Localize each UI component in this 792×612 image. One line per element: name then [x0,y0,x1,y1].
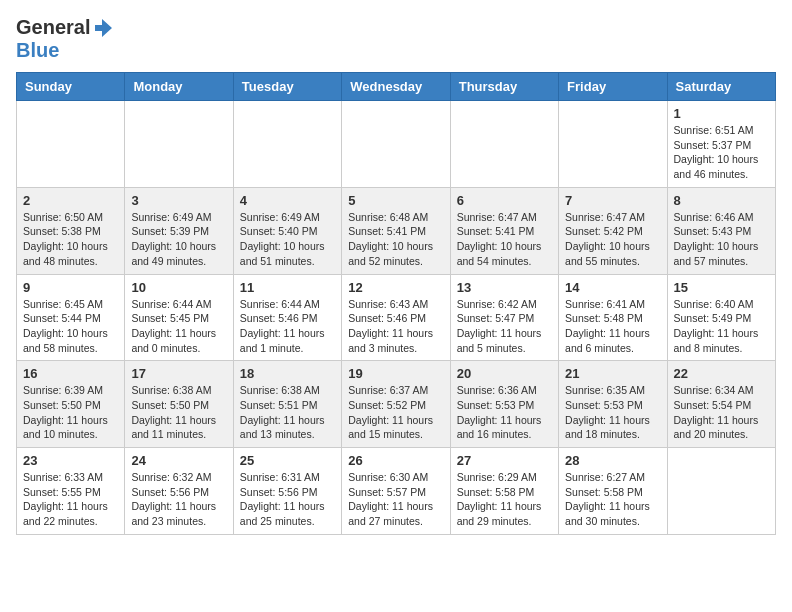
day-number: 12 [348,280,443,295]
logo-blue: Blue [16,39,59,61]
day-number: 18 [240,366,335,381]
day-info: Sunrise: 6:36 AM Sunset: 5:53 PM Dayligh… [457,383,552,442]
calendar-cell: 22Sunrise: 6:34 AM Sunset: 5:54 PM Dayli… [667,361,775,448]
calendar-row-2: 2Sunrise: 6:50 AM Sunset: 5:38 PM Daylig… [17,187,776,274]
day-number: 21 [565,366,660,381]
logo-icon [92,17,114,39]
calendar-row-5: 23Sunrise: 6:33 AM Sunset: 5:55 PM Dayli… [17,448,776,535]
calendar-cell [125,101,233,188]
logo: General Blue [16,16,114,62]
day-number: 7 [565,193,660,208]
day-number: 16 [23,366,118,381]
day-number: 23 [23,453,118,468]
calendar-cell: 18Sunrise: 6:38 AM Sunset: 5:51 PM Dayli… [233,361,341,448]
header-sunday: Sunday [17,73,125,101]
header-tuesday: Tuesday [233,73,341,101]
calendar-cell: 24Sunrise: 6:32 AM Sunset: 5:56 PM Dayli… [125,448,233,535]
day-number: 2 [23,193,118,208]
day-info: Sunrise: 6:47 AM Sunset: 5:42 PM Dayligh… [565,210,660,269]
day-number: 11 [240,280,335,295]
calendar-cell: 25Sunrise: 6:31 AM Sunset: 5:56 PM Dayli… [233,448,341,535]
calendar-cell [17,101,125,188]
calendar-cell: 16Sunrise: 6:39 AM Sunset: 5:50 PM Dayli… [17,361,125,448]
day-info: Sunrise: 6:51 AM Sunset: 5:37 PM Dayligh… [674,123,769,182]
day-number: 10 [131,280,226,295]
day-number: 13 [457,280,552,295]
day-info: Sunrise: 6:38 AM Sunset: 5:50 PM Dayligh… [131,383,226,442]
calendar-cell: 8Sunrise: 6:46 AM Sunset: 5:43 PM Daylig… [667,187,775,274]
calendar-cell: 10Sunrise: 6:44 AM Sunset: 5:45 PM Dayli… [125,274,233,361]
calendar-cell: 5Sunrise: 6:48 AM Sunset: 5:41 PM Daylig… [342,187,450,274]
calendar-cell: 19Sunrise: 6:37 AM Sunset: 5:52 PM Dayli… [342,361,450,448]
day-info: Sunrise: 6:41 AM Sunset: 5:48 PM Dayligh… [565,297,660,356]
day-info: Sunrise: 6:37 AM Sunset: 5:52 PM Dayligh… [348,383,443,442]
day-info: Sunrise: 6:32 AM Sunset: 5:56 PM Dayligh… [131,470,226,529]
day-info: Sunrise: 6:49 AM Sunset: 5:40 PM Dayligh… [240,210,335,269]
day-info: Sunrise: 6:27 AM Sunset: 5:58 PM Dayligh… [565,470,660,529]
day-info: Sunrise: 6:34 AM Sunset: 5:54 PM Dayligh… [674,383,769,442]
day-number: 25 [240,453,335,468]
calendar-cell: 3Sunrise: 6:49 AM Sunset: 5:39 PM Daylig… [125,187,233,274]
svg-marker-0 [95,19,112,37]
day-number: 22 [674,366,769,381]
header-wednesday: Wednesday [342,73,450,101]
day-number: 24 [131,453,226,468]
calendar-cell: 17Sunrise: 6:38 AM Sunset: 5:50 PM Dayli… [125,361,233,448]
calendar-cell: 1Sunrise: 6:51 AM Sunset: 5:37 PM Daylig… [667,101,775,188]
day-info: Sunrise: 6:45 AM Sunset: 5:44 PM Dayligh… [23,297,118,356]
logo-general: General [16,16,90,39]
day-number: 14 [565,280,660,295]
calendar-cell: 9Sunrise: 6:45 AM Sunset: 5:44 PM Daylig… [17,274,125,361]
calendar-table: SundayMondayTuesdayWednesdayThursdayFrid… [16,72,776,535]
day-number: 3 [131,193,226,208]
calendar-cell: 12Sunrise: 6:43 AM Sunset: 5:46 PM Dayli… [342,274,450,361]
calendar-cell: 2Sunrise: 6:50 AM Sunset: 5:38 PM Daylig… [17,187,125,274]
day-number: 6 [457,193,552,208]
calendar-cell [559,101,667,188]
day-number: 17 [131,366,226,381]
calendar-cell: 23Sunrise: 6:33 AM Sunset: 5:55 PM Dayli… [17,448,125,535]
calendar-cell: 28Sunrise: 6:27 AM Sunset: 5:58 PM Dayli… [559,448,667,535]
day-info: Sunrise: 6:46 AM Sunset: 5:43 PM Dayligh… [674,210,769,269]
day-number: 19 [348,366,443,381]
day-number: 1 [674,106,769,121]
calendar-cell: 11Sunrise: 6:44 AM Sunset: 5:46 PM Dayli… [233,274,341,361]
day-info: Sunrise: 6:44 AM Sunset: 5:45 PM Dayligh… [131,297,226,356]
header-saturday: Saturday [667,73,775,101]
calendar-cell [342,101,450,188]
day-info: Sunrise: 6:50 AM Sunset: 5:38 PM Dayligh… [23,210,118,269]
calendar-cell: 14Sunrise: 6:41 AM Sunset: 5:48 PM Dayli… [559,274,667,361]
day-number: 8 [674,193,769,208]
day-info: Sunrise: 6:31 AM Sunset: 5:56 PM Dayligh… [240,470,335,529]
day-info: Sunrise: 6:38 AM Sunset: 5:51 PM Dayligh… [240,383,335,442]
header-row: SundayMondayTuesdayWednesdayThursdayFrid… [17,73,776,101]
calendar-cell: 20Sunrise: 6:36 AM Sunset: 5:53 PM Dayli… [450,361,558,448]
calendar-cell: 27Sunrise: 6:29 AM Sunset: 5:58 PM Dayli… [450,448,558,535]
calendar-cell: 4Sunrise: 6:49 AM Sunset: 5:40 PM Daylig… [233,187,341,274]
day-info: Sunrise: 6:40 AM Sunset: 5:49 PM Dayligh… [674,297,769,356]
calendar-row-3: 9Sunrise: 6:45 AM Sunset: 5:44 PM Daylig… [17,274,776,361]
day-number: 20 [457,366,552,381]
day-info: Sunrise: 6:35 AM Sunset: 5:53 PM Dayligh… [565,383,660,442]
calendar-row-4: 16Sunrise: 6:39 AM Sunset: 5:50 PM Dayli… [17,361,776,448]
calendar-cell: 7Sunrise: 6:47 AM Sunset: 5:42 PM Daylig… [559,187,667,274]
day-info: Sunrise: 6:49 AM Sunset: 5:39 PM Dayligh… [131,210,226,269]
page-header: General Blue [16,16,776,62]
calendar-cell: 15Sunrise: 6:40 AM Sunset: 5:49 PM Dayli… [667,274,775,361]
header-monday: Monday [125,73,233,101]
day-number: 27 [457,453,552,468]
day-info: Sunrise: 6:39 AM Sunset: 5:50 PM Dayligh… [23,383,118,442]
calendar-cell [233,101,341,188]
day-info: Sunrise: 6:33 AM Sunset: 5:55 PM Dayligh… [23,470,118,529]
day-info: Sunrise: 6:44 AM Sunset: 5:46 PM Dayligh… [240,297,335,356]
day-info: Sunrise: 6:29 AM Sunset: 5:58 PM Dayligh… [457,470,552,529]
header-friday: Friday [559,73,667,101]
day-info: Sunrise: 6:43 AM Sunset: 5:46 PM Dayligh… [348,297,443,356]
calendar-cell: 21Sunrise: 6:35 AM Sunset: 5:53 PM Dayli… [559,361,667,448]
day-number: 26 [348,453,443,468]
day-info: Sunrise: 6:48 AM Sunset: 5:41 PM Dayligh… [348,210,443,269]
day-number: 28 [565,453,660,468]
day-number: 4 [240,193,335,208]
day-number: 15 [674,280,769,295]
day-number: 5 [348,193,443,208]
